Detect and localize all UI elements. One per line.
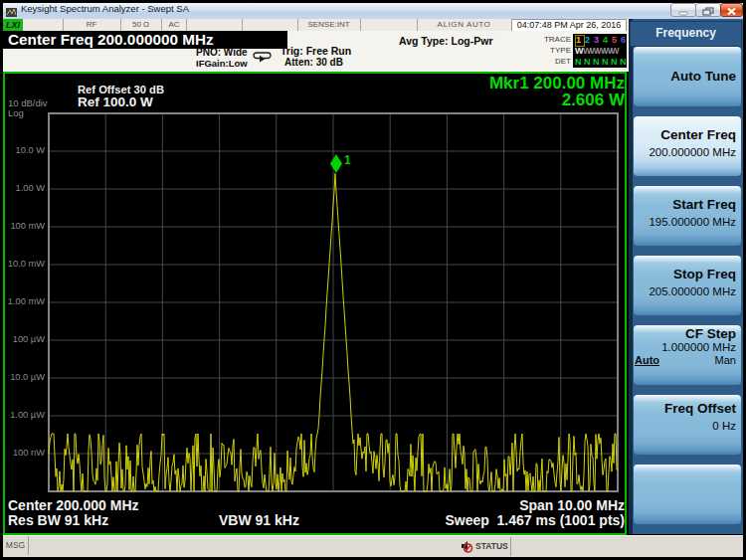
svg-text:1: 1 xyxy=(344,153,351,167)
